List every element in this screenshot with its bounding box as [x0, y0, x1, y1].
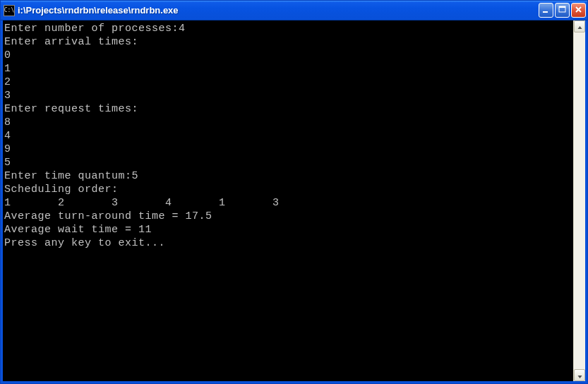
app-icon: C:\ — [4, 5, 15, 16]
vertical-scrollbar[interactable] — [573, 20, 585, 381]
content-area: Enter number of processes:4 Enter arriva… — [1, 20, 587, 383]
close-icon — [574, 5, 583, 16]
close-button[interactable] — [571, 3, 586, 18]
svg-rect-0 — [543, 11, 548, 13]
console-output: Enter number of processes:4 Enter arriva… — [3, 20, 573, 381]
scroll-down-button[interactable] — [574, 369, 585, 381]
chevron-down-icon — [577, 369, 582, 382]
window-title: i:\Projects\rndrbn\release\rndrbn.exe — [18, 5, 539, 16]
maximize-button[interactable] — [555, 3, 570, 18]
minimize-button[interactable] — [539, 3, 553, 18]
chevron-up-icon — [577, 20, 582, 33]
svg-rect-2 — [559, 6, 565, 8]
titlebar[interactable]: C:\ i:\Projects\rndrbn\release\rndrbn.ex… — [1, 1, 587, 20]
scroll-track[interactable] — [574, 32, 585, 369]
window-controls — [539, 3, 586, 18]
application-window: C:\ i:\Projects\rndrbn\release\rndrbn.ex… — [0, 0, 588, 384]
maximize-icon — [558, 5, 567, 16]
scroll-up-button[interactable] — [574, 20, 585, 32]
minimize-icon — [541, 5, 551, 16]
